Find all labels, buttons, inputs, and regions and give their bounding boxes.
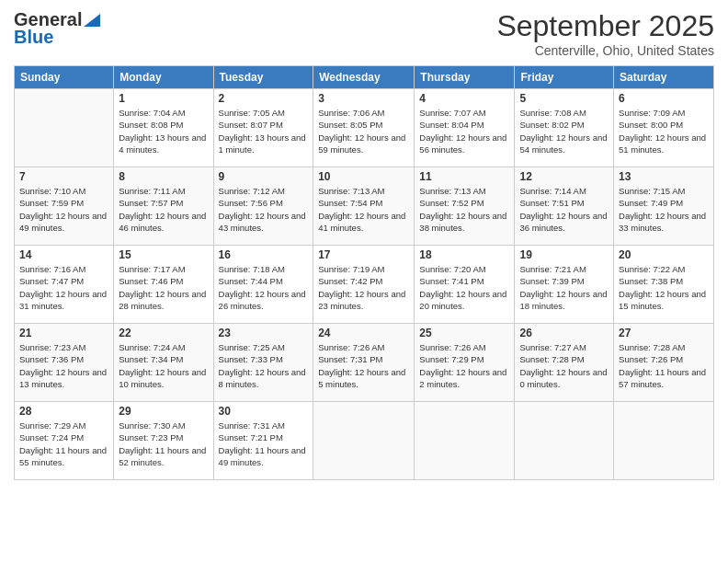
cal-cell-27: 27 Sunrise: 7:28 AMSunset: 7:26 PMDaylig… [614, 324, 714, 402]
cal-cell-3: 3 Sunrise: 7:06 AMSunset: 8:05 PMDayligh… [313, 89, 415, 167]
cell-content: Sunrise: 7:31 AMSunset: 7:21 PMDaylight:… [219, 419, 309, 468]
week-row-1: 7 Sunrise: 7:10 AMSunset: 7:59 PMDayligh… [15, 167, 714, 246]
cell-content: Sunrise: 7:26 AMSunset: 7:29 PMDaylight:… [419, 341, 509, 390]
date-number: 27 [619, 327, 709, 339]
cal-cell-24: 24 Sunrise: 7:26 AMSunset: 7:31 PMDaylig… [313, 324, 415, 402]
cell-content: Sunrise: 7:04 AMSunset: 8:08 PMDaylight:… [119, 107, 208, 155]
date-number: 28 [19, 405, 108, 418]
day-header-saturday: Saturday [614, 66, 714, 89]
week-row-2: 14 Sunrise: 7:16 AMSunset: 7:47 PMDaylig… [15, 246, 714, 324]
cal-cell-11: 11 Sunrise: 7:13 AMSunset: 7:52 PMDaylig… [415, 167, 515, 246]
cal-cell-empty-4 [415, 402, 515, 480]
cell-content: Sunrise: 7:21 AMSunset: 7:39 PMDaylight:… [519, 263, 609, 312]
cell-content: Sunrise: 7:12 AMSunset: 7:56 PMDaylight:… [219, 185, 309, 234]
date-number: 2 [219, 92, 309, 105]
cal-cell-28: 28 Sunrise: 7:29 AMSunset: 7:24 PMDaylig… [15, 402, 114, 480]
cal-cell-26: 26 Sunrise: 7:27 AMSunset: 7:28 PMDaylig… [515, 324, 614, 402]
date-number: 25 [419, 327, 509, 339]
date-number: 18 [419, 248, 509, 261]
cell-content: Sunrise: 7:16 AMSunset: 7:47 PMDaylight:… [19, 263, 108, 312]
cell-content: Sunrise: 7:19 AMSunset: 7:42 PMDaylight:… [318, 263, 409, 312]
month-title: September 2025 [496, 9, 714, 43]
title-block: September 2025 Centerville, Ohio, United… [496, 9, 714, 58]
cal-cell-2: 2 Sunrise: 7:05 AMSunset: 8:07 PMDayligh… [213, 89, 313, 167]
day-header-tuesday: Tuesday [213, 66, 313, 89]
cal-cell-4: 4 Sunrise: 7:07 AMSunset: 8:04 PMDayligh… [415, 89, 515, 167]
cell-content: Sunrise: 7:18 AMSunset: 7:44 PMDaylight:… [219, 263, 309, 312]
cell-content: Sunrise: 7:27 AMSunset: 7:28 PMDaylight:… [519, 341, 609, 390]
date-number: 20 [619, 248, 709, 261]
cell-content: Sunrise: 7:05 AMSunset: 8:07 PMDaylight:… [219, 107, 309, 155]
week-row-0: 1 Sunrise: 7:04 AMSunset: 8:08 PMDayligh… [15, 89, 714, 167]
date-number: 23 [219, 327, 309, 339]
cal-cell-19: 19 Sunrise: 7:21 AMSunset: 7:39 PMDaylig… [515, 246, 614, 324]
week-row-4: 28 Sunrise: 7:29 AMSunset: 7:24 PMDaylig… [15, 402, 714, 480]
cell-content: Sunrise: 7:23 AMSunset: 7:36 PMDaylight:… [19, 341, 108, 390]
logo-icon [84, 14, 100, 27]
cell-content: Sunrise: 7:10 AMSunset: 7:59 PMDaylight:… [19, 185, 108, 234]
date-number: 16 [219, 248, 309, 261]
cell-content: Sunrise: 7:09 AMSunset: 8:00 PMDaylight:… [619, 107, 709, 155]
cal-cell-20: 20 Sunrise: 7:22 AMSunset: 7:38 PMDaylig… [614, 246, 714, 324]
cal-cell-8: 8 Sunrise: 7:11 AMSunset: 7:57 PMDayligh… [114, 167, 213, 246]
cell-content: Sunrise: 7:29 AMSunset: 7:24 PMDaylight:… [19, 419, 108, 468]
date-number: 7 [19, 170, 108, 183]
svg-marker-0 [84, 14, 100, 27]
cell-content: Sunrise: 7:28 AMSunset: 7:26 PMDaylight:… [619, 341, 709, 390]
cell-content: Sunrise: 7:11 AMSunset: 7:57 PMDaylight:… [119, 185, 208, 234]
cal-cell-5: 5 Sunrise: 7:08 AMSunset: 8:02 PMDayligh… [515, 89, 614, 167]
cal-cell-10: 10 Sunrise: 7:13 AMSunset: 7:54 PMDaylig… [313, 167, 415, 246]
cal-cell-empty-6 [614, 402, 714, 480]
day-header-wednesday: Wednesday [313, 66, 415, 89]
cell-content: Sunrise: 7:06 AMSunset: 8:05 PMDaylight:… [318, 107, 409, 155]
date-number: 15 [119, 248, 208, 261]
cal-cell-16: 16 Sunrise: 7:18 AMSunset: 7:44 PMDaylig… [213, 246, 313, 324]
cell-content: Sunrise: 7:22 AMSunset: 7:38 PMDaylight:… [619, 263, 709, 312]
cal-cell-21: 21 Sunrise: 7:23 AMSunset: 7:36 PMDaylig… [15, 324, 114, 402]
day-header-sunday: Sunday [15, 66, 114, 89]
cal-cell-18: 18 Sunrise: 7:20 AMSunset: 7:41 PMDaylig… [415, 246, 515, 324]
cell-content: Sunrise: 7:14 AMSunset: 7:51 PMDaylight:… [519, 185, 609, 234]
date-number: 21 [19, 327, 108, 339]
cal-cell-22: 22 Sunrise: 7:24 AMSunset: 7:34 PMDaylig… [114, 324, 213, 402]
logo: General Blue [14, 9, 100, 48]
date-number: 4 [419, 92, 509, 105]
date-number: 13 [619, 170, 709, 183]
cal-cell-empty-3 [313, 402, 415, 480]
cal-cell-6: 6 Sunrise: 7:09 AMSunset: 8:00 PMDayligh… [614, 89, 714, 167]
cal-cell-13: 13 Sunrise: 7:15 AMSunset: 7:49 PMDaylig… [614, 167, 714, 246]
date-number: 30 [219, 405, 309, 418]
cal-cell-12: 12 Sunrise: 7:14 AMSunset: 7:51 PMDaylig… [515, 167, 614, 246]
cell-content: Sunrise: 7:15 AMSunset: 7:49 PMDaylight:… [619, 185, 709, 234]
date-number: 24 [318, 327, 409, 339]
cell-content: Sunrise: 7:24 AMSunset: 7:34 PMDaylight:… [119, 341, 208, 390]
cal-cell-23: 23 Sunrise: 7:25 AMSunset: 7:33 PMDaylig… [213, 324, 313, 402]
date-number: 11 [419, 170, 509, 183]
cell-content: Sunrise: 7:26 AMSunset: 7:31 PMDaylight:… [318, 341, 409, 390]
cell-content: Sunrise: 7:25 AMSunset: 7:33 PMDaylight:… [219, 341, 309, 390]
date-number: 6 [619, 92, 709, 105]
date-number: 22 [119, 327, 208, 339]
page-header: General Blue September 2025 Centerville,… [14, 9, 714, 58]
cell-content: Sunrise: 7:08 AMSunset: 8:02 PMDaylight:… [519, 107, 609, 155]
cell-content: Sunrise: 7:13 AMSunset: 7:54 PMDaylight:… [318, 185, 409, 234]
logo-blue-text: Blue [14, 27, 53, 48]
date-number: 8 [119, 170, 208, 183]
date-number: 29 [119, 405, 208, 418]
cal-cell-9: 9 Sunrise: 7:12 AMSunset: 7:56 PMDayligh… [213, 167, 313, 246]
cell-content: Sunrise: 7:30 AMSunset: 7:23 PMDaylight:… [119, 419, 208, 468]
date-number: 1 [119, 92, 208, 105]
cal-cell-30: 30 Sunrise: 7:31 AMSunset: 7:21 PMDaylig… [213, 402, 313, 480]
cal-cell-7: 7 Sunrise: 7:10 AMSunset: 7:59 PMDayligh… [15, 167, 114, 246]
date-number: 14 [19, 248, 108, 261]
cal-cell-17: 17 Sunrise: 7:19 AMSunset: 7:42 PMDaylig… [313, 246, 415, 324]
cal-cell-29: 29 Sunrise: 7:30 AMSunset: 7:23 PMDaylig… [114, 402, 213, 480]
cal-cell-15: 15 Sunrise: 7:17 AMSunset: 7:46 PMDaylig… [114, 246, 213, 324]
date-number: 10 [318, 170, 409, 183]
week-row-3: 21 Sunrise: 7:23 AMSunset: 7:36 PMDaylig… [15, 324, 714, 402]
cell-content: Sunrise: 7:13 AMSunset: 7:52 PMDaylight:… [419, 185, 509, 234]
location-subtitle: Centerville, Ohio, United States [496, 43, 714, 58]
cal-cell-empty-0 [15, 89, 114, 167]
cal-cell-14: 14 Sunrise: 7:16 AMSunset: 7:47 PMDaylig… [15, 246, 114, 324]
date-number: 26 [519, 327, 609, 339]
